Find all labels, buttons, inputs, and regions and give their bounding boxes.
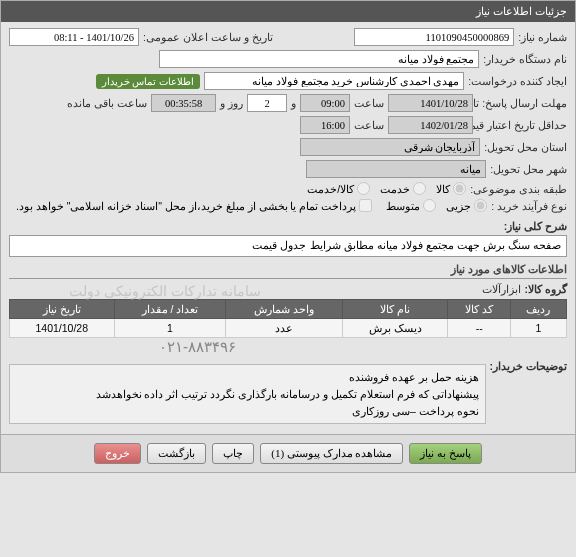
at-label-2: ساعت [354,119,384,131]
pt-medium[interactable]: متوسط [386,199,436,212]
table-cell: 1401/10/28 [10,319,115,338]
desc-value: صفحه سنگ برش جهت مجتمع فولاد میانه مطابق… [9,235,567,257]
attachments-button[interactable]: مشاهده مدارک پیوستی (1) [260,443,403,464]
table-row[interactable]: 1--دیسک برشعدد11401/10/28 [10,319,567,338]
deadline-label: مهلت ارسال پاسخ: تا تاریخ: [477,97,567,109]
deadline-date [388,94,473,112]
validity-label: حداقل تاریخ اعتبار قیمت: تا تاریخ: [477,119,567,131]
buyer-org-field [159,50,479,68]
table-cell: دیسک برش [343,319,448,338]
at-label-1: ساعت [354,97,384,109]
table-header: نام کالا [343,300,448,319]
group-value: ابزارآلات [482,283,521,295]
days-and-label: روز و [220,97,243,109]
items-table: ردیفکد کالانام کالاواحد شمارشتعداد / مقد… [9,299,567,338]
class-radio-group: کالا خدمت کالا/خدمت [307,182,466,195]
table-cell: عدد [226,319,343,338]
validity-time [300,116,350,134]
class-service[interactable]: خدمت [380,182,426,195]
table-cell: -- [448,319,511,338]
form-body: شماره نیاز: تاریخ و ساعت اعلان عمومی: نا… [1,22,575,434]
button-row: پاسخ به نیاز مشاهده مدارک پیوستی (1) چاپ… [1,434,575,472]
desc-label: شرح کلی نیاز: [9,220,567,232]
class-label: طبقه بندی موضوعی: [470,183,567,195]
print-button[interactable]: چاپ [212,443,254,464]
remain-label: ساعت باقی مانده [67,97,147,109]
table-cell: 1 [114,319,226,338]
creator-label: ایجاد کننده درخواست: [468,75,567,87]
exit-button[interactable]: خروج [94,443,141,464]
back-button[interactable]: بازگشت [147,443,206,464]
table-header: تعداد / مقدار [114,300,226,319]
need-no-label: شماره نیاز: [518,31,567,43]
countdown [151,94,216,112]
announce-label: تاریخ و ساعت اعلان عمومی: [143,31,273,43]
panel-header: جزئیات اطلاعات نیاز [1,1,575,22]
table-header: واحد شمارش [226,300,343,319]
announce-field [9,28,139,46]
province-field [300,138,480,156]
creator-field [204,72,464,90]
table-header: ردیف [510,300,566,319]
deadline-time [300,94,350,112]
city-label: شهر محل تحویل: [490,163,567,175]
pt-note-checkbox[interactable]: پرداخت تمام یا بخشی از مبلغ خرید،از محل … [16,199,372,212]
reply-button[interactable]: پاسخ به نیاز [409,443,482,464]
buyer-notes: هزینه حمل بر عهده فروشنده پیشنهاداتی که … [9,364,486,424]
purchase-type-group: جزیی متوسط [386,199,487,212]
city-field [306,160,486,178]
province-label: استان محل تحویل: [484,141,567,153]
validity-date [388,116,473,134]
contact-info-link[interactable]: اطلاعات تماس خریدار [96,74,201,89]
and-label: و [291,97,296,109]
cut-number: ۰۲۱-۸۸۳۴۹۶ [159,338,236,356]
watermark: سامانه تدارکات الکترونیکی دولت [69,281,261,301]
class-goods[interactable]: کالا [436,182,466,195]
table-cell: 1 [510,319,566,338]
class-goods-service[interactable]: کالا/خدمت [307,182,370,195]
group-label: گروه کالا: [525,283,567,295]
days-left [247,94,287,112]
pt-minor[interactable]: جزیی [446,199,487,212]
items-section-title: اطلاعات کالاهای مورد نیاز [9,263,567,279]
purchase-type-label: نوع فرآیند خرید : [491,200,567,212]
buyer-org-label: نام دستگاه خریدار: [483,53,567,65]
buyer-notes-label: توضیحات خریدار: [490,360,567,372]
need-no-field [354,28,514,46]
need-details-panel: جزئیات اطلاعات نیاز شماره نیاز: تاریخ و … [0,0,576,473]
table-header: تاریخ نیاز [10,300,115,319]
table-header: کد کالا [448,300,511,319]
